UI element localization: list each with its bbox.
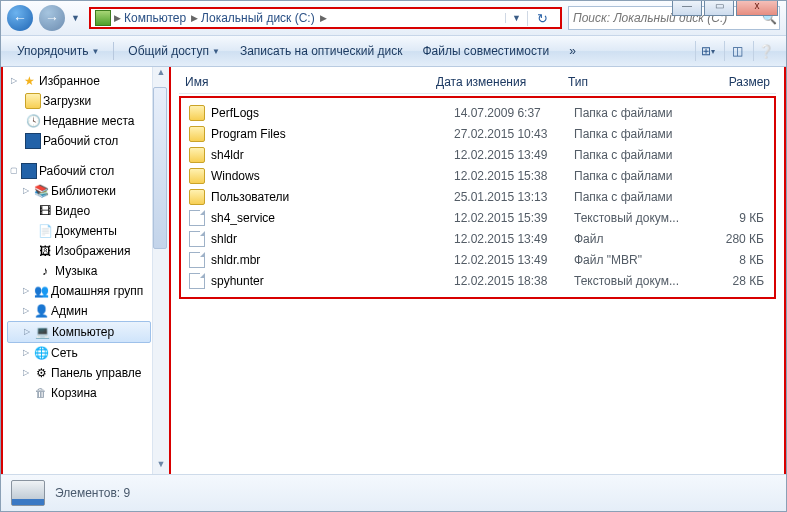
folder-icon — [25, 93, 41, 109]
file-size: 280 КБ — [694, 232, 772, 246]
nav-history-dropdown[interactable]: ▼ — [71, 13, 83, 23]
arrow-right-icon: → — [45, 10, 59, 26]
help-button[interactable]: ❔ — [753, 41, 778, 61]
folder-icon — [189, 105, 205, 121]
documents-icon: 📄 — [37, 223, 53, 239]
status-count: Элементов: 9 — [55, 486, 130, 500]
tree-documents[interactable]: 📄Документы — [7, 221, 169, 241]
control-panel-icon: ⚙ — [33, 365, 49, 381]
file-date: 12.02.2015 13:49 — [454, 253, 574, 267]
tree-pictures[interactable]: 🖼Изображения — [7, 241, 169, 261]
file-icon — [189, 210, 205, 226]
chevron-right-icon: ▶ — [191, 13, 198, 23]
file-row[interactable]: spyhunter12.02.2015 18:38Текстовый докум… — [183, 270, 772, 291]
folder-icon — [189, 168, 205, 184]
col-type[interactable]: Тип — [562, 75, 694, 89]
preview-pane-button[interactable]: ◫ — [724, 41, 749, 61]
scroll-thumb[interactable] — [153, 87, 167, 249]
file-row[interactable]: shldr.mbr12.02.2015 13:49Файл "MBR"8 КБ — [183, 249, 772, 270]
tree-music[interactable]: ♪Музыка — [7, 261, 169, 281]
tree-recent[interactable]: 🕓Недавние места — [7, 111, 169, 131]
file-row[interactable]: sh4ldr12.02.2015 13:49Папка с файлами — [183, 144, 772, 165]
homegroup-icon: 👥 — [33, 283, 49, 299]
address-bar[interactable]: ▶ Компьютер▶ Локальный диск (C:)▶ ▼ ↻ — [89, 7, 562, 29]
file-name: Пользователи — [211, 190, 289, 204]
recent-icon: 🕓 — [25, 113, 41, 129]
body: ▷★Избранное Загрузки 🕓Недавние места Раб… — [1, 67, 786, 475]
forward-button[interactable]: → — [39, 5, 65, 31]
libraries-icon: 📚 — [33, 183, 49, 199]
file-name: sh4_service — [211, 211, 275, 225]
tree-computer[interactable]: ▷💻Компьютер — [7, 321, 151, 343]
address-dropdown[interactable]: ▼ — [505, 13, 527, 23]
column-headers: Имя Дата изменения Тип Размер — [179, 71, 776, 94]
file-list: PerfLogs14.07.2009 6:37Папка с файламиPr… — [179, 96, 776, 299]
arrow-left-icon: ← — [13, 10, 27, 26]
toolbar-overflow[interactable]: » — [561, 41, 584, 61]
chevron-right-icon: ▶ — [320, 13, 327, 23]
close-button[interactable]: x — [736, 0, 778, 16]
organize-button[interactable]: Упорядочить▼ — [9, 41, 107, 61]
pictures-icon: 🖼 — [37, 243, 53, 259]
file-row[interactable]: Windows12.02.2015 15:38Папка с файлами — [183, 165, 772, 186]
tree-recycle-bin[interactable]: 🗑Корзина — [7, 383, 169, 403]
tree-network[interactable]: ▷🌐Сеть — [7, 343, 169, 363]
tree-desktop-fav[interactable]: Рабочий стол — [7, 131, 169, 151]
scroll-down-icon[interactable]: ▼ — [153, 459, 169, 475]
file-row[interactable]: sh4_service12.02.2015 15:39Текстовый док… — [183, 207, 772, 228]
view-options-button[interactable]: ⊞ ▾ — [695, 41, 720, 61]
tree-libraries[interactable]: ▷📚Библиотеки — [7, 181, 169, 201]
tree-downloads[interactable]: Загрузки — [7, 91, 169, 111]
music-icon: ♪ — [37, 263, 53, 279]
burn-button[interactable]: Записать на оптический диск — [232, 41, 411, 61]
folder-icon — [189, 147, 205, 163]
file-row[interactable]: Program Files27.02.2015 10:43Папка с фай… — [183, 123, 772, 144]
file-size: 8 КБ — [694, 253, 772, 267]
file-date: 12.02.2015 13:49 — [454, 232, 574, 246]
breadcrumb-computer[interactable]: Компьютер▶ — [124, 11, 201, 25]
file-date: 12.02.2015 15:39 — [454, 211, 574, 225]
status-bar: Элементов: 9 — [1, 474, 786, 511]
file-type: Файл "MBR" — [574, 253, 694, 267]
folder-icon — [189, 189, 205, 205]
col-date[interactable]: Дата изменения — [430, 75, 562, 89]
col-name[interactable]: Имя — [179, 75, 430, 89]
file-icon — [189, 273, 205, 289]
tree-desktop[interactable]: ▢Рабочий стол — [7, 161, 169, 181]
scroll-up-icon[interactable]: ▲ — [153, 67, 169, 83]
share-button[interactable]: Общий доступ▼ — [120, 41, 228, 61]
file-type: Папка с файлами — [574, 190, 694, 204]
navigation-tree: ▷★Избранное Загрузки 🕓Недавние места Раб… — [1, 67, 171, 475]
explorer-window: — ▭ x ← → ▼ ▶ Компьютер▶ Локальный диск … — [0, 0, 787, 512]
minimize-button[interactable]: — — [672, 0, 702, 16]
breadcrumb-drive-c[interactable]: Локальный диск (C:)▶ — [201, 11, 330, 25]
compat-files-button[interactable]: Файлы совместимости — [414, 41, 557, 61]
tree-homegroup[interactable]: ▷👥Домашняя групп — [7, 281, 169, 301]
file-name: spyhunter — [211, 274, 264, 288]
back-button[interactable]: ← — [7, 5, 33, 31]
computer-icon: 💻 — [34, 324, 50, 340]
file-date: 12.02.2015 18:38 — [454, 274, 574, 288]
tree-scrollbar[interactable]: ▲ ▼ — [152, 67, 169, 475]
file-type: Текстовый докум... — [574, 274, 694, 288]
folder-icon — [189, 126, 205, 142]
tree-control-panel[interactable]: ▷⚙Панель управле — [7, 363, 169, 383]
file-type: Папка с файлами — [574, 169, 694, 183]
tree-videos[interactable]: 🎞Видео — [7, 201, 169, 221]
file-date: 12.02.2015 13:49 — [454, 148, 574, 162]
file-row[interactable]: Пользователи25.01.2015 13:13Папка с файл… — [183, 186, 772, 207]
col-size[interactable]: Размер — [694, 75, 776, 89]
file-name: shldr.mbr — [211, 253, 260, 267]
file-size: 28 КБ — [694, 274, 772, 288]
file-name: PerfLogs — [211, 106, 259, 120]
drive-icon — [95, 10, 111, 26]
maximize-button[interactable]: ▭ — [704, 0, 734, 16]
tree-admin[interactable]: ▷👤Админ — [7, 301, 169, 321]
refresh-button[interactable]: ↻ — [527, 11, 556, 26]
file-row[interactable]: PerfLogs14.07.2009 6:37Папка с файлами — [183, 102, 772, 123]
network-icon: 🌐 — [33, 345, 49, 361]
file-row[interactable]: shldr12.02.2015 13:49Файл280 КБ — [183, 228, 772, 249]
file-type: Папка с файлами — [574, 148, 694, 162]
desktop-icon — [25, 133, 41, 149]
tree-favorites[interactable]: ▷★Избранное — [7, 71, 169, 91]
